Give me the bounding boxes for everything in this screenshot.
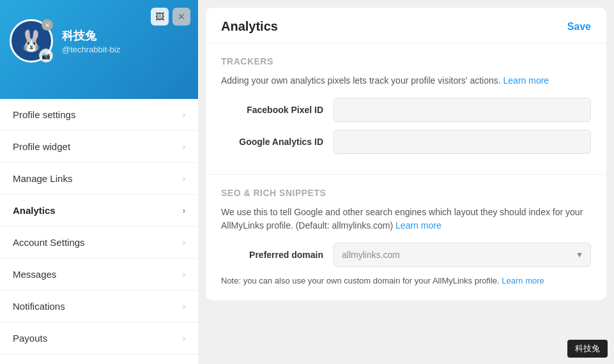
chevron-right-icon: › bbox=[183, 269, 185, 279]
chevron-right-icon: › bbox=[183, 301, 185, 311]
sidebar-item-payouts[interactable]: Payouts › bbox=[0, 322, 198, 354]
trackers-learn-more-link[interactable]: Learn more bbox=[503, 75, 549, 86]
profile-header: 🖼 ✕ 🐰 📷 ✕ 科技兔 @techrabbit-biz bbox=[0, 0, 198, 99]
profile-header-icons: 🖼 ✕ bbox=[151, 8, 190, 26]
remove-image-button[interactable]: ✕ bbox=[173, 8, 190, 26]
profile-text: 科技兔 @techrabbit-biz bbox=[62, 28, 120, 54]
page-title: Analytics bbox=[221, 19, 278, 34]
avatar-camera-icon: 📷 bbox=[39, 49, 53, 63]
sidebar-item-label: Manage Links bbox=[13, 173, 72, 184]
chevron-right-icon: › bbox=[183, 238, 185, 247]
google-analytics-label: Google Analytics ID bbox=[221, 137, 323, 147]
profile-name: 科技兔 bbox=[62, 28, 120, 43]
sidebar-item-profile-settings[interactable]: Profile settings › bbox=[0, 99, 198, 131]
preferred-domain-row: Preferred domain allmylinks.com ▼ bbox=[221, 243, 591, 267]
chevron-right-icon: › bbox=[183, 206, 185, 215]
seo-learn-more-link[interactable]: Learn more bbox=[395, 220, 441, 231]
save-button[interactable]: Save bbox=[567, 21, 591, 33]
sidebar-item-label: Account Settings bbox=[13, 237, 85, 248]
chevron-right-icon: › bbox=[183, 333, 185, 343]
sidebar-item-label: Payouts bbox=[13, 333, 47, 344]
seo-section: SEO & Rich Snippets We use this to tell … bbox=[206, 175, 606, 300]
chevron-right-icon: › bbox=[183, 110, 185, 119]
avatar-remove-icon: ✕ bbox=[42, 19, 53, 31]
sidebar-item-label: Analytics bbox=[13, 205, 56, 216]
chevron-right-icon: › bbox=[183, 142, 185, 151]
preferred-domain-select[interactable]: allmylinks.com bbox=[334, 243, 591, 267]
card-header: Analytics Save bbox=[206, 8, 606, 43]
main-content: Analytics Save Trackers Adding your own … bbox=[198, 0, 614, 364]
facebook-pixel-input[interactable] bbox=[334, 98, 591, 122]
sidebar-item-label: Messages bbox=[13, 269, 56, 280]
preferred-domain-label: Preferred domain bbox=[221, 250, 323, 260]
trackers-description: Adding your own analytics pixels lets tr… bbox=[221, 74, 591, 87]
sidebar-item-account-settings[interactable]: Account Settings › bbox=[0, 227, 198, 259]
domain-note-learn-more-link[interactable]: Learn more bbox=[502, 276, 544, 285]
preferred-domain-wrapper: allmylinks.com ▼ bbox=[334, 243, 591, 267]
sidebar-item-manage-links[interactable]: Manage Links › bbox=[0, 163, 198, 195]
facebook-pixel-label: Facebook Pixel ID bbox=[221, 105, 323, 115]
sidebar-item-label: Profile settings bbox=[13, 109, 75, 120]
avatar-wrapper: 🐰 📷 ✕ bbox=[10, 19, 53, 63]
nav-list: Profile settings › Profile widget › Mana… bbox=[0, 99, 198, 364]
upload-image-button[interactable]: 🖼 bbox=[151, 8, 169, 26]
sidebar-item-label: Notifications bbox=[13, 301, 65, 312]
brand-badge: 科技兔 bbox=[567, 340, 608, 358]
sidebar-item-analytics[interactable]: Analytics › bbox=[0, 195, 198, 227]
analytics-card: Analytics Save Trackers Adding your own … bbox=[206, 8, 606, 300]
google-analytics-input[interactable] bbox=[334, 130, 591, 154]
sidebar-item-profile-widget[interactable]: Profile widget › bbox=[0, 131, 198, 163]
domain-note: Note: you can also use your own custom d… bbox=[221, 275, 591, 287]
trackers-section: Trackers Adding your own analytics pixel… bbox=[206, 43, 606, 175]
facebook-pixel-row: Facebook Pixel ID bbox=[221, 98, 591, 122]
profile-handle: @techrabbit-biz bbox=[62, 45, 120, 54]
seo-section-title: SEO & Rich Snippets bbox=[221, 188, 591, 198]
trackers-section-title: Trackers bbox=[221, 56, 591, 66]
chevron-right-icon: › bbox=[183, 174, 185, 183]
sidebar-item-messages[interactable]: Messages › bbox=[0, 259, 198, 291]
sidebar-item-label: Profile widget bbox=[13, 141, 70, 152]
profile-info: 🐰 📷 ✕ 科技兔 @techrabbit-biz bbox=[10, 19, 188, 63]
sidebar: 🖼 ✕ 🐰 📷 ✕ 科技兔 @techrabbit-biz Profile se… bbox=[0, 0, 198, 364]
seo-description: We use this to tell Google and other sea… bbox=[221, 206, 591, 232]
sidebar-item-notifications[interactable]: Notifications › bbox=[0, 291, 198, 322]
google-analytics-row: Google Analytics ID bbox=[221, 130, 591, 154]
